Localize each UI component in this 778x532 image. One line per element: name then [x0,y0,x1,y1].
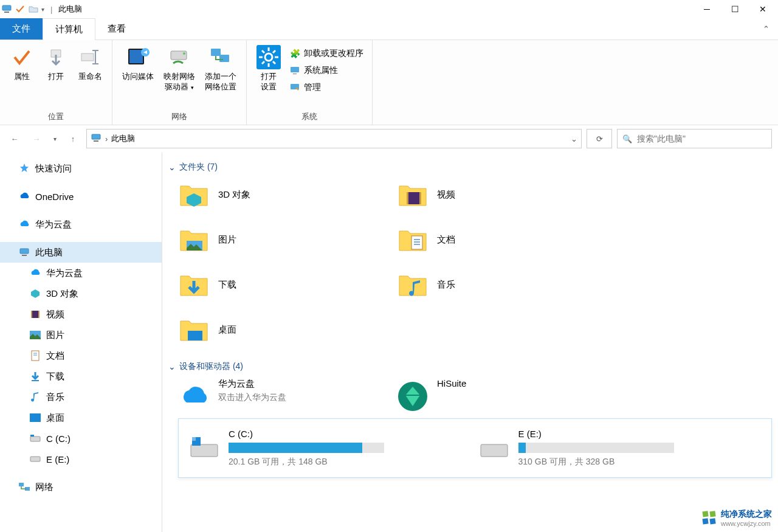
breadcrumb-location[interactable]: 此电脑 [111,133,135,144]
downloads-icon [29,370,41,382]
svg-rect-3 [95,51,96,63]
qat-folder-icon[interactable] [28,4,39,15]
qat-check-icon[interactable] [15,4,26,15]
svg-rect-1 [4,12,9,13]
svg-rect-34 [32,351,39,361]
drive-e[interactable]: E (E:) 310 GB 可用，共 328 GB [478,429,762,468]
watermark: 纯净系统之家 www.ycwjzy.com [701,509,772,527]
qat-dropdown-icon[interactable]: ▾ [41,6,44,13]
folder-video[interactable]: 视频 [397,179,610,210]
svg-rect-24 [293,74,297,74]
group-label-location: 位置 [5,110,107,123]
drive-c[interactable]: C (C:) 20.1 GB 可用，共 148 GB [188,429,472,468]
svg-rect-59 [709,511,715,517]
svg-rect-41 [30,457,40,461]
search-box[interactable]: 🔍 [617,129,772,148]
hisuite-icon [397,381,429,412]
search-input[interactable] [637,134,766,143]
tab-file[interactable]: 文件 [0,18,43,40]
folder-downloads[interactable]: 下载 [178,269,391,300]
tree-network[interactable]: 网络 [0,477,162,497]
tree-this-pc[interactable]: 此电脑 [0,242,162,263]
svg-rect-11 [211,49,221,56]
svg-rect-0 [2,5,11,10]
tree-child-c[interactable]: C (C:) [0,428,162,449]
breadcrumb-dropdown-icon[interactable]: ⌄ [571,134,577,143]
tree-child-e[interactable]: E (E:) [0,449,162,469]
section-folders[interactable]: ⌄文件夹 (7) [168,162,772,173]
folder-docs[interactable]: 文档 [397,224,610,255]
manage-icon [289,82,300,93]
tree-child-video[interactable]: 视频 [0,304,162,325]
ribbon-tabs: 文件 计算机 查看 ⌃ [0,18,778,40]
chevron-down-icon: ⌄ [168,362,176,371]
svg-rect-46 [419,192,421,204]
tree-quick-access[interactable]: 快速访问 [0,158,162,179]
access-media-button[interactable]: 访问媒体 [117,43,159,85]
window-title: 此电脑 [58,4,82,15]
system-properties-button[interactable]: 系统属性 [286,62,367,79]
folder-3d-icon [178,179,210,210]
folder-music[interactable]: 音乐 [397,269,610,300]
rename-button[interactable]: 重命名 [73,43,107,85]
drives-selection: C (C:) 20.1 GB 可用，共 148 GB E (E:) 310 GB… [178,418,772,478]
svg-rect-56 [192,437,196,441]
ribbon-collapse-icon[interactable]: ⌃ [763,24,769,33]
tree-child-desktop[interactable]: 桌面 [0,407,162,428]
drive-c-fill [229,443,362,453]
open-settings-button[interactable]: 打开设置 [252,43,286,95]
device-huawei[interactable]: 华为云盘双击进入华为云盘 [178,378,391,412]
add-network-button[interactable]: 添加一个网络位置 [200,43,241,95]
tree-child-downloads[interactable]: 下载 [0,366,162,387]
drive-e-fill [518,443,526,453]
tab-computer[interactable]: 计算机 [43,18,95,40]
folder-desktop[interactable]: 桌面 [178,314,391,345]
minimize-button[interactable]: ─ [693,0,721,18]
drive-network-icon [167,45,191,69]
music-icon [29,391,41,403]
close-button[interactable]: ✕ [749,0,777,18]
section-devices[interactable]: ⌄设备和驱动器 (4) [168,361,772,372]
settings-gear-icon [256,45,281,69]
drive-c-bar [229,443,384,453]
network-icon [18,481,30,493]
map-drive-button[interactable]: 映射网络驱动器 ▾ [159,43,200,95]
svg-rect-7 [129,50,143,63]
tree-child-music[interactable]: 音乐 [0,387,162,407]
search-icon: 🔍 [622,134,632,143]
open-button[interactable]: 打开 [39,43,73,85]
content-pane: ⌄文件夹 (7) 3D 对象 视频 图片 文档 下载 音乐 桌面 ⌄设备和驱动器… [162,152,778,532]
uninstall-button[interactable]: 🧩卸载或更改程序 [286,45,367,62]
properties-button[interactable]: 属性 [5,43,39,85]
breadcrumb[interactable]: › 此电脑 ⌄ [86,129,582,148]
folder-3d[interactable]: 3D 对象 [178,179,391,210]
tab-view[interactable]: 查看 [95,18,138,40]
title-separator: | [50,5,52,14]
huawei-cloud-icon [18,218,30,230]
svg-rect-61 [709,518,715,524]
navigation-row: ← → ▾ ↑ › 此电脑 ⌄ ⟳ 🔍 [0,125,778,152]
tree-child-docs[interactable]: 文档 [0,345,162,366]
tree-child-3d[interactable]: 3D 对象 [0,283,162,304]
forward-button[interactable]: → [28,130,45,147]
folder-pictures[interactable]: 图片 [178,224,391,255]
drive-e-icon [29,453,41,465]
history-dropdown[interactable]: ▾ [50,130,60,147]
svg-rect-28 [20,249,29,254]
manage-button[interactable]: 管理 [286,79,367,96]
back-button[interactable]: ← [6,130,23,147]
svg-rect-60 [702,518,708,524]
group-label-system: 系统 [252,110,367,123]
svg-rect-12 [219,55,229,62]
maximize-button[interactable]: ☐ [721,0,749,18]
tree-child-pictures[interactable]: 图片 [0,325,162,345]
svg-point-10 [183,52,185,55]
up-button[interactable]: ↑ [64,130,81,147]
svg-rect-40 [30,435,34,437]
chevron-right-icon[interactable]: › [105,134,108,143]
tree-huawei[interactable]: 华为云盘 [0,214,162,235]
tree-onedrive[interactable]: OneDrive [0,186,162,207]
tree-child-huawei[interactable]: 华为云盘 [0,263,162,283]
device-hisuite[interactable]: HiSuite [397,378,610,412]
refresh-button[interactable]: ⟳ [587,129,612,148]
